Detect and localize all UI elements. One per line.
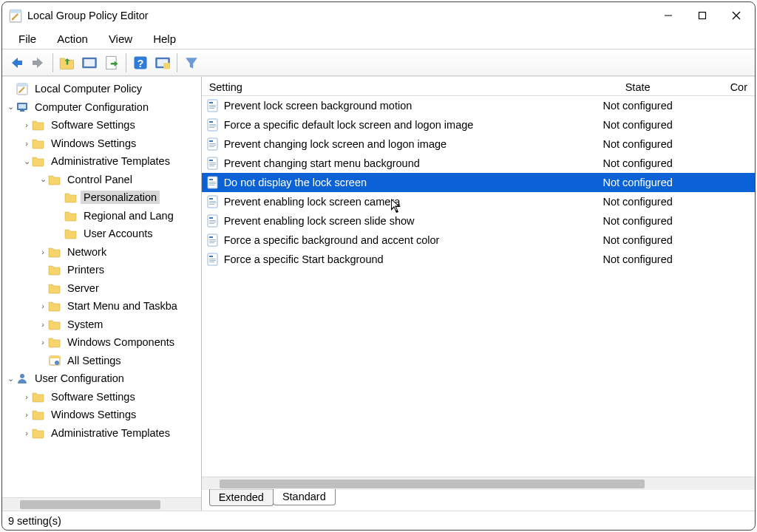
svg-rect-17 (699, 13, 706, 19)
chevron-right-icon[interactable]: › (21, 139, 32, 148)
tree-node-root[interactable]: ▸ Local Computer Policy (2, 80, 201, 98)
app-icon (8, 8, 23, 23)
tree-label: Server (64, 282, 102, 295)
properties-button[interactable] (152, 52, 174, 74)
tree-node-personalization[interactable]: › Personalization (2, 188, 201, 207)
folder-icon (48, 263, 61, 276)
chevron-down-icon[interactable]: ⌄ (21, 157, 32, 166)
tree-node-uc-admin-templates[interactable]: › Administrative Templates (2, 424, 201, 443)
minimize-button[interactable] (651, 5, 685, 27)
folder-icon (64, 209, 78, 222)
back-button[interactable] (5, 52, 27, 74)
setting-name: Do not display the lock screen (223, 177, 553, 188)
chevron-right-icon[interactable]: › (38, 301, 48, 310)
folder-icon (32, 137, 45, 150)
settings-row[interactable]: Prevent changing lock screen and logon i… (202, 134, 755, 154)
user-icon (16, 372, 29, 385)
column-header-setting[interactable]: Setting (202, 81, 553, 93)
chevron-right-icon[interactable]: › (21, 410, 32, 419)
policy-icon (206, 214, 220, 228)
folder-icon (32, 426, 45, 440)
tree-label: Local Computer Policy (32, 82, 145, 95)
chevron-right-icon[interactable]: › (38, 338, 48, 347)
toolbar: ? (2, 50, 755, 76)
tree-node-user-accounts[interactable]: › User Accounts (2, 225, 201, 243)
chevron-right-icon[interactable]: › (21, 392, 32, 401)
settings-row[interactable]: Prevent changing start menu backgroundNo… (202, 154, 755, 173)
setting-state: Not configured (553, 157, 723, 169)
title-bar: Local Group Policy Editor (2, 2, 755, 29)
policy-icon (206, 195, 220, 208)
tree-label: Printers (64, 263, 107, 276)
policy-tree[interactable]: ▸ Local Computer Policy ⌄ Computer Confi… (2, 77, 201, 497)
view-tabs: Extended Standard (202, 490, 755, 511)
tree-node-computer-config[interactable]: ⌄ Computer Configuration (2, 98, 201, 117)
column-header-comment[interactable]: Cor (723, 81, 755, 93)
settings-row[interactable]: Prevent lock screen background motionNot… (202, 96, 755, 115)
tree-node-user-config[interactable]: ⌄ User Configuration (2, 369, 201, 388)
tree-label: Administrative Templates (48, 426, 173, 440)
tab-extended[interactable]: Extended (209, 489, 274, 506)
chevron-down-icon[interactable]: ⌄ (38, 174, 48, 184)
menu-file[interactable]: File (8, 30, 47, 48)
close-button[interactable] (719, 5, 753, 27)
show-hide-tree-button[interactable] (78, 52, 101, 74)
filter-button[interactable] (180, 52, 203, 74)
tree-node-system[interactable]: › System (2, 316, 201, 334)
tree-horizontal-scrollbar[interactable] (2, 497, 201, 511)
chevron-down-icon[interactable]: ⌄ (5, 102, 16, 112)
tree-node-cc-windows-settings[interactable]: › Windows Settings (2, 134, 201, 153)
tree-node-network[interactable]: › Network (2, 243, 201, 262)
window-frame: Local Group Policy Editor File Action Vi… (1, 1, 756, 531)
tree-node-control-panel[interactable]: ⌄ Control Panel (2, 171, 201, 189)
settings-row[interactable]: Prevent enabling lock screen slide showN… (202, 211, 755, 231)
tree-node-cc-admin-templates[interactable]: ⌄ Administrative Templates (2, 152, 201, 171)
policy-icon (206, 233, 220, 247)
toolbar-separator (52, 53, 53, 72)
chevron-right-icon[interactable]: › (38, 320, 48, 329)
up-one-level-button[interactable] (56, 52, 78, 74)
menu-action[interactable]: Action (47, 30, 98, 48)
tab-standard[interactable]: Standard (273, 489, 336, 505)
settings-row[interactable]: Prevent enabling lock screen cameraNot c… (202, 192, 755, 211)
tree-node-uc-software-settings[interactable]: › Software Settings (2, 388, 201, 406)
tree-node-all-settings[interactable]: › All Settings (2, 352, 201, 370)
tree-label: Windows Settings (48, 408, 139, 421)
list-header: Setting State Cor (202, 77, 755, 96)
settings-list[interactable]: Prevent lock screen background motionNot… (202, 96, 755, 477)
settings-row[interactable]: Force a specific default lock screen and… (202, 115, 755, 134)
tree-node-start-menu[interactable]: › Start Menu and Taskba (2, 297, 201, 316)
chevron-right-icon[interactable]: › (21, 429, 32, 437)
chevron-right-icon[interactable]: › (38, 248, 48, 256)
forward-button[interactable] (27, 52, 50, 74)
setting-name: Prevent enabling lock screen slide show (223, 215, 553, 227)
menu-help[interactable]: Help (143, 30, 186, 48)
maximize-button[interactable] (685, 5, 719, 27)
folder-icon (32, 154, 45, 168)
tree-node-windows-components[interactable]: › Windows Components (2, 333, 201, 352)
column-header-state[interactable]: State (553, 81, 723, 93)
tree-node-uc-windows-settings[interactable]: › Windows Settings (2, 406, 201, 424)
tree-label: Personalization (81, 191, 160, 204)
settings-row[interactable]: Do not display the lock screenNot config… (202, 173, 755, 192)
help-button[interactable]: ? (129, 52, 152, 74)
window-title: Local Group Policy Editor (27, 10, 149, 21)
tree-label: Control Panel (64, 173, 135, 186)
list-horizontal-scrollbar[interactable] (202, 477, 755, 490)
settings-row[interactable]: Force a specific background and accent c… (202, 231, 755, 250)
tree-node-cc-software-settings[interactable]: › Software Settings (2, 116, 201, 134)
setting-name: Prevent changing lock screen and logon i… (223, 138, 553, 150)
setting-state: Not configured (553, 177, 723, 188)
setting-name: Prevent lock screen background motion (223, 100, 553, 112)
policy-icon (206, 118, 220, 132)
svg-rect-23 (163, 63, 170, 69)
tree-label: Start Menu and Taskba (64, 299, 180, 313)
menu-view[interactable]: View (98, 30, 143, 48)
tree-node-regional[interactable]: › Regional and Lang (2, 207, 201, 225)
export-list-button[interactable] (101, 52, 123, 74)
chevron-down-icon[interactable]: ⌄ (5, 374, 16, 383)
tree-node-printers[interactable]: › Printers (2, 261, 201, 279)
chevron-right-icon[interactable]: › (21, 120, 32, 129)
settings-row[interactable]: Force a specific Start backgroundNot con… (202, 250, 755, 269)
tree-node-server[interactable]: › Server (2, 279, 201, 298)
